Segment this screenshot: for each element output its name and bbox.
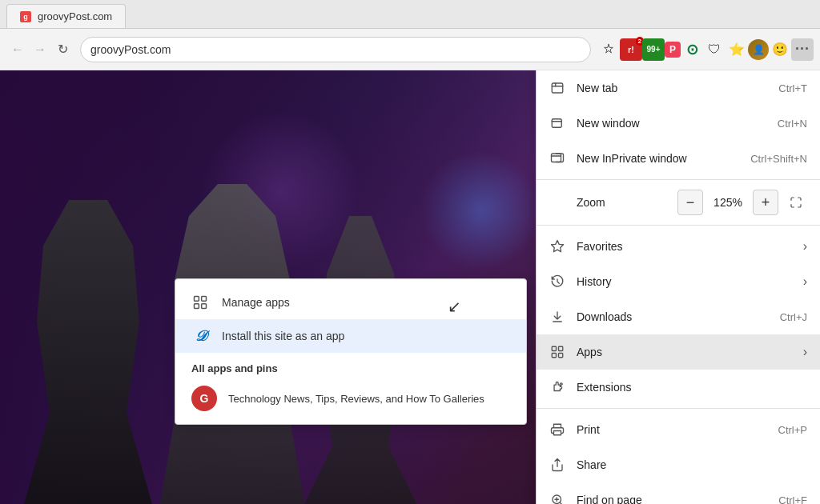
new-tab-label: New tab xyxy=(577,82,767,94)
new-window-label: New window xyxy=(577,117,766,130)
new-window-shortcut: Ctrl+N xyxy=(778,118,807,130)
menu-item-share[interactable]: Share xyxy=(537,447,820,482)
extensions-icon xyxy=(549,379,565,395)
back-button[interactable]: ← xyxy=(6,38,29,61)
history-icon xyxy=(549,274,565,290)
svg-rect-6 xyxy=(552,154,561,162)
share-icon xyxy=(549,457,565,473)
downloads-icon xyxy=(549,309,565,325)
shield-icon[interactable]: 🛡 xyxy=(703,38,726,61)
main-content: Manage apps 𝒟 Install this site as an ap… xyxy=(0,70,820,504)
menu-item-print[interactable]: Print Ctrl+P xyxy=(537,412,820,447)
dropdown-menu: New tab Ctrl+T New window Ctrl+N xyxy=(536,70,820,504)
apps-arrow: › xyxy=(803,345,807,359)
extension-icon-2[interactable]: 99+ xyxy=(642,38,665,61)
history-arrow: › xyxy=(803,274,807,289)
favorites-icon xyxy=(549,238,565,254)
refresh-button[interactable]: ↻ xyxy=(51,38,74,61)
history-label: History xyxy=(577,275,792,288)
disney-icon: 𝒟 xyxy=(191,327,209,345)
downloads-shortcut: Ctrl+J xyxy=(780,311,807,323)
browser-tab[interactable]: g groovyPost.com xyxy=(6,4,126,28)
svg-rect-0 xyxy=(195,297,199,302)
share-label: Share xyxy=(577,458,807,471)
find-icon xyxy=(549,492,565,504)
emoji-icon[interactable]: 🙂 xyxy=(769,38,791,61)
apps-icon xyxy=(549,344,565,360)
tab-title: groovyPost.com xyxy=(38,10,112,22)
manage-apps-label: Manage apps xyxy=(222,296,290,309)
manage-apps-icon xyxy=(191,294,209,311)
new-tab-shortcut: Ctrl+T xyxy=(778,82,807,94)
print-label: Print xyxy=(577,423,767,436)
menu-item-downloads[interactable]: Downloads Ctrl+J xyxy=(537,299,820,334)
svg-rect-5 xyxy=(552,119,561,128)
print-shortcut: Ctrl+P xyxy=(778,424,807,436)
svg-rect-9 xyxy=(552,354,556,358)
menu-item-find-on-page[interactable]: Find on page Ctrl+F xyxy=(537,482,820,504)
inprivate-label: New InPrivate window xyxy=(577,152,739,165)
svg-rect-7 xyxy=(552,346,556,350)
browser-bar: ← → ↻ groovyPost.com r! 2 99+ P ⊙ 🛡 ⭐ 👤 … xyxy=(0,29,820,70)
pinned-app-item[interactable]: G Technology News, Tips, Reviews, and Ho… xyxy=(175,379,526,418)
new-tab-icon xyxy=(549,80,565,96)
svg-rect-3 xyxy=(202,304,207,309)
all-apps-pins-label: All apps and pins xyxy=(175,353,526,379)
forward-button[interactable]: → xyxy=(29,38,51,61)
app-label-groovypost: Technology News, Tips, Reviews, and How … xyxy=(228,393,484,405)
apps-submenu: Manage apps 𝒟 Install this site as an ap… xyxy=(175,278,527,425)
zoom-value: 125% xyxy=(709,196,746,209)
new-window-icon xyxy=(549,115,565,131)
inprivate-icon xyxy=(549,150,565,166)
disney-logo: 𝒟 xyxy=(195,328,207,345)
svg-rect-4 xyxy=(552,83,563,93)
zoom-row: Zoom − 125% + xyxy=(537,183,820,222)
menu-item-extensions[interactable]: Extensions xyxy=(537,370,820,405)
edge-rewards-icon[interactable]: ⊙ xyxy=(681,38,703,61)
pocket-icon[interactable]: P xyxy=(665,42,681,58)
menu-item-apps[interactable]: Apps › xyxy=(537,334,820,370)
tab-favicon: g xyxy=(20,11,31,22)
menu-item-new-tab[interactable]: New tab Ctrl+T xyxy=(537,70,820,106)
zoom-expand-button[interactable] xyxy=(785,191,807,214)
apps-label: Apps xyxy=(577,346,792,358)
menu-item-new-window[interactable]: New window Ctrl+N xyxy=(537,106,820,141)
favorites-label: Favorites xyxy=(577,240,792,253)
divider-1 xyxy=(537,179,820,180)
menu-item-inprivate[interactable]: New InPrivate window Ctrl+Shift+N xyxy=(537,141,820,176)
extensions-label: Extensions xyxy=(577,381,807,394)
svg-rect-1 xyxy=(202,297,207,302)
svg-rect-8 xyxy=(559,346,563,350)
divider-2 xyxy=(537,225,820,226)
zoom-decrease-button[interactable]: − xyxy=(677,190,703,215)
zoom-increase-button[interactable]: + xyxy=(753,190,778,215)
menu-item-history[interactable]: History › xyxy=(537,264,820,299)
divider-3 xyxy=(537,408,820,409)
inprivate-shortcut: Ctrl+Shift+N xyxy=(750,153,807,165)
char-silhouette-1 xyxy=(24,200,152,504)
print-icon xyxy=(549,422,565,438)
tab-bar: g groovyPost.com xyxy=(0,0,820,29)
app-icon-groovypost: G xyxy=(191,386,217,411)
more-menu-button[interactable]: ··· xyxy=(791,38,814,61)
manage-apps-item[interactable]: Manage apps xyxy=(175,286,526,319)
zoom-label: Zoom xyxy=(549,196,671,209)
extension-icon-1[interactable]: r! 2 xyxy=(620,38,642,61)
bookmark-icon[interactable] xyxy=(597,38,620,61)
menu-item-favorites[interactable]: Favorites › xyxy=(537,229,820,264)
find-shortcut: Ctrl+F xyxy=(778,494,807,505)
collections-icon[interactable]: ⭐ xyxy=(726,38,748,61)
find-on-page-label: Find on page xyxy=(577,494,767,504)
install-site-label: Install this site as an app xyxy=(222,330,344,342)
address-text: groovyPost.com xyxy=(90,43,171,56)
svg-rect-10 xyxy=(559,354,563,358)
downloads-label: Downloads xyxy=(577,310,769,323)
svg-rect-2 xyxy=(195,304,199,309)
profile-avatar[interactable]: 👤 xyxy=(748,39,769,60)
address-bar[interactable]: groovyPost.com xyxy=(80,37,591,62)
install-site-item[interactable]: 𝒟 Install this site as an app ↙ xyxy=(175,319,526,353)
favorites-arrow: › xyxy=(803,239,807,254)
